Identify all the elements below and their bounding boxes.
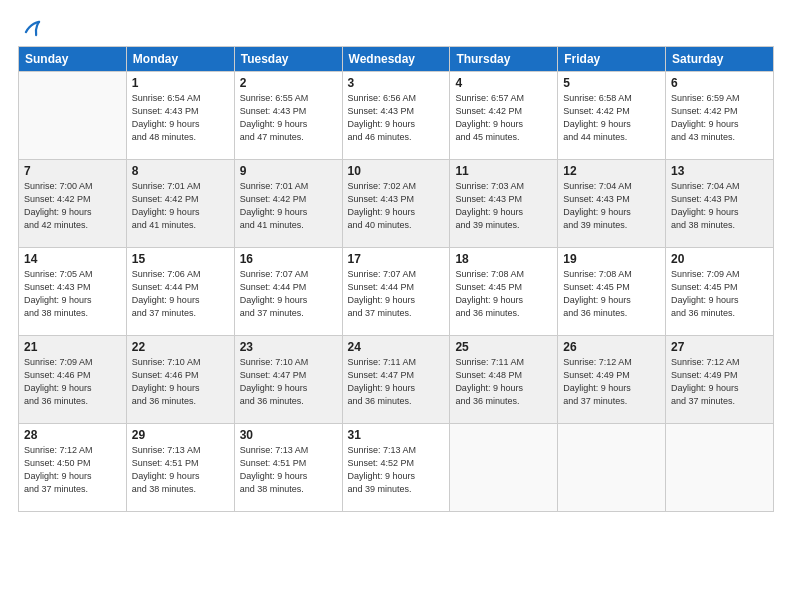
calendar-body: 1Sunrise: 6:54 AMSunset: 4:43 PMDaylight…	[19, 72, 774, 512]
calendar-cell: 3Sunrise: 6:56 AMSunset: 4:43 PMDaylight…	[342, 72, 450, 160]
week-row: 1Sunrise: 6:54 AMSunset: 4:43 PMDaylight…	[19, 72, 774, 160]
day-number: 7	[24, 164, 121, 178]
day-info: Sunrise: 7:04 AMSunset: 4:43 PMDaylight:…	[563, 180, 660, 232]
day-number: 14	[24, 252, 121, 266]
day-info: Sunrise: 6:55 AMSunset: 4:43 PMDaylight:…	[240, 92, 337, 144]
day-info: Sunrise: 7:07 AMSunset: 4:44 PMDaylight:…	[348, 268, 445, 320]
day-info: Sunrise: 7:05 AMSunset: 4:43 PMDaylight:…	[24, 268, 121, 320]
day-number: 13	[671, 164, 768, 178]
day-info: Sunrise: 7:13 AMSunset: 4:51 PMDaylight:…	[132, 444, 229, 496]
calendar-cell: 5Sunrise: 6:58 AMSunset: 4:42 PMDaylight…	[558, 72, 666, 160]
day-info: Sunrise: 7:13 AMSunset: 4:52 PMDaylight:…	[348, 444, 445, 496]
day-info: Sunrise: 7:07 AMSunset: 4:44 PMDaylight:…	[240, 268, 337, 320]
calendar-cell: 31Sunrise: 7:13 AMSunset: 4:52 PMDayligh…	[342, 424, 450, 512]
header-thursday: Thursday	[450, 47, 558, 72]
calendar-cell	[450, 424, 558, 512]
day-info: Sunrise: 7:04 AMSunset: 4:43 PMDaylight:…	[671, 180, 768, 232]
calendar-cell: 28Sunrise: 7:12 AMSunset: 4:50 PMDayligh…	[19, 424, 127, 512]
day-number: 9	[240, 164, 337, 178]
day-number: 4	[455, 76, 552, 90]
day-info: Sunrise: 7:06 AMSunset: 4:44 PMDaylight:…	[132, 268, 229, 320]
day-info: Sunrise: 6:56 AMSunset: 4:43 PMDaylight:…	[348, 92, 445, 144]
day-number: 3	[348, 76, 445, 90]
page: SundayMondayTuesdayWednesdayThursdayFrid…	[0, 0, 792, 612]
week-row: 7Sunrise: 7:00 AMSunset: 4:42 PMDaylight…	[19, 160, 774, 248]
day-number: 28	[24, 428, 121, 442]
calendar-cell: 21Sunrise: 7:09 AMSunset: 4:46 PMDayligh…	[19, 336, 127, 424]
calendar-cell: 9Sunrise: 7:01 AMSunset: 4:42 PMDaylight…	[234, 160, 342, 248]
header-sunday: Sunday	[19, 47, 127, 72]
day-number: 25	[455, 340, 552, 354]
day-info: Sunrise: 6:58 AMSunset: 4:42 PMDaylight:…	[563, 92, 660, 144]
calendar-cell: 27Sunrise: 7:12 AMSunset: 4:49 PMDayligh…	[666, 336, 774, 424]
day-info: Sunrise: 7:12 AMSunset: 4:49 PMDaylight:…	[671, 356, 768, 408]
day-number: 12	[563, 164, 660, 178]
calendar-cell: 30Sunrise: 7:13 AMSunset: 4:51 PMDayligh…	[234, 424, 342, 512]
day-number: 30	[240, 428, 337, 442]
day-number: 29	[132, 428, 229, 442]
day-info: Sunrise: 7:01 AMSunset: 4:42 PMDaylight:…	[240, 180, 337, 232]
calendar-cell: 13Sunrise: 7:04 AMSunset: 4:43 PMDayligh…	[666, 160, 774, 248]
day-number: 31	[348, 428, 445, 442]
day-info: Sunrise: 7:10 AMSunset: 4:47 PMDaylight:…	[240, 356, 337, 408]
day-number: 20	[671, 252, 768, 266]
week-row: 21Sunrise: 7:09 AMSunset: 4:46 PMDayligh…	[19, 336, 774, 424]
header-tuesday: Tuesday	[234, 47, 342, 72]
header-saturday: Saturday	[666, 47, 774, 72]
day-number: 6	[671, 76, 768, 90]
header-row: SundayMondayTuesdayWednesdayThursdayFrid…	[19, 47, 774, 72]
day-info: Sunrise: 7:09 AMSunset: 4:46 PMDaylight:…	[24, 356, 121, 408]
calendar-cell: 19Sunrise: 7:08 AMSunset: 4:45 PMDayligh…	[558, 248, 666, 336]
week-row: 14Sunrise: 7:05 AMSunset: 4:43 PMDayligh…	[19, 248, 774, 336]
calendar-cell	[19, 72, 127, 160]
header-wednesday: Wednesday	[342, 47, 450, 72]
header-monday: Monday	[126, 47, 234, 72]
day-info: Sunrise: 6:54 AMSunset: 4:43 PMDaylight:…	[132, 92, 229, 144]
calendar-cell: 14Sunrise: 7:05 AMSunset: 4:43 PMDayligh…	[19, 248, 127, 336]
logo-icon	[20, 16, 42, 38]
day-number: 5	[563, 76, 660, 90]
day-number: 8	[132, 164, 229, 178]
calendar-cell: 10Sunrise: 7:02 AMSunset: 4:43 PMDayligh…	[342, 160, 450, 248]
calendar-cell: 4Sunrise: 6:57 AMSunset: 4:42 PMDaylight…	[450, 72, 558, 160]
day-number: 26	[563, 340, 660, 354]
day-info: Sunrise: 7:12 AMSunset: 4:49 PMDaylight:…	[563, 356, 660, 408]
day-number: 1	[132, 76, 229, 90]
calendar-cell: 24Sunrise: 7:11 AMSunset: 4:47 PMDayligh…	[342, 336, 450, 424]
day-info: Sunrise: 7:01 AMSunset: 4:42 PMDaylight:…	[132, 180, 229, 232]
calendar-cell: 26Sunrise: 7:12 AMSunset: 4:49 PMDayligh…	[558, 336, 666, 424]
day-info: Sunrise: 7:12 AMSunset: 4:50 PMDaylight:…	[24, 444, 121, 496]
calendar-cell: 6Sunrise: 6:59 AMSunset: 4:42 PMDaylight…	[666, 72, 774, 160]
calendar-cell: 25Sunrise: 7:11 AMSunset: 4:48 PMDayligh…	[450, 336, 558, 424]
calendar: SundayMondayTuesdayWednesdayThursdayFrid…	[18, 46, 774, 512]
calendar-cell: 12Sunrise: 7:04 AMSunset: 4:43 PMDayligh…	[558, 160, 666, 248]
day-info: Sunrise: 7:11 AMSunset: 4:48 PMDaylight:…	[455, 356, 552, 408]
day-number: 2	[240, 76, 337, 90]
day-info: Sunrise: 7:10 AMSunset: 4:46 PMDaylight:…	[132, 356, 229, 408]
calendar-cell: 20Sunrise: 7:09 AMSunset: 4:45 PMDayligh…	[666, 248, 774, 336]
day-info: Sunrise: 7:08 AMSunset: 4:45 PMDaylight:…	[563, 268, 660, 320]
day-number: 23	[240, 340, 337, 354]
day-number: 19	[563, 252, 660, 266]
day-number: 15	[132, 252, 229, 266]
calendar-cell: 16Sunrise: 7:07 AMSunset: 4:44 PMDayligh…	[234, 248, 342, 336]
calendar-cell: 7Sunrise: 7:00 AMSunset: 4:42 PMDaylight…	[19, 160, 127, 248]
day-info: Sunrise: 7:00 AMSunset: 4:42 PMDaylight:…	[24, 180, 121, 232]
day-info: Sunrise: 6:57 AMSunset: 4:42 PMDaylight:…	[455, 92, 552, 144]
header	[18, 16, 774, 38]
day-info: Sunrise: 7:03 AMSunset: 4:43 PMDaylight:…	[455, 180, 552, 232]
calendar-cell: 15Sunrise: 7:06 AMSunset: 4:44 PMDayligh…	[126, 248, 234, 336]
calendar-cell: 29Sunrise: 7:13 AMSunset: 4:51 PMDayligh…	[126, 424, 234, 512]
calendar-cell: 23Sunrise: 7:10 AMSunset: 4:47 PMDayligh…	[234, 336, 342, 424]
calendar-cell	[558, 424, 666, 512]
day-number: 22	[132, 340, 229, 354]
day-number: 21	[24, 340, 121, 354]
day-number: 16	[240, 252, 337, 266]
day-info: Sunrise: 7:09 AMSunset: 4:45 PMDaylight:…	[671, 268, 768, 320]
calendar-header: SundayMondayTuesdayWednesdayThursdayFrid…	[19, 47, 774, 72]
calendar-cell: 22Sunrise: 7:10 AMSunset: 4:46 PMDayligh…	[126, 336, 234, 424]
day-info: Sunrise: 7:08 AMSunset: 4:45 PMDaylight:…	[455, 268, 552, 320]
calendar-cell: 1Sunrise: 6:54 AMSunset: 4:43 PMDaylight…	[126, 72, 234, 160]
logo	[18, 16, 42, 38]
day-number: 18	[455, 252, 552, 266]
